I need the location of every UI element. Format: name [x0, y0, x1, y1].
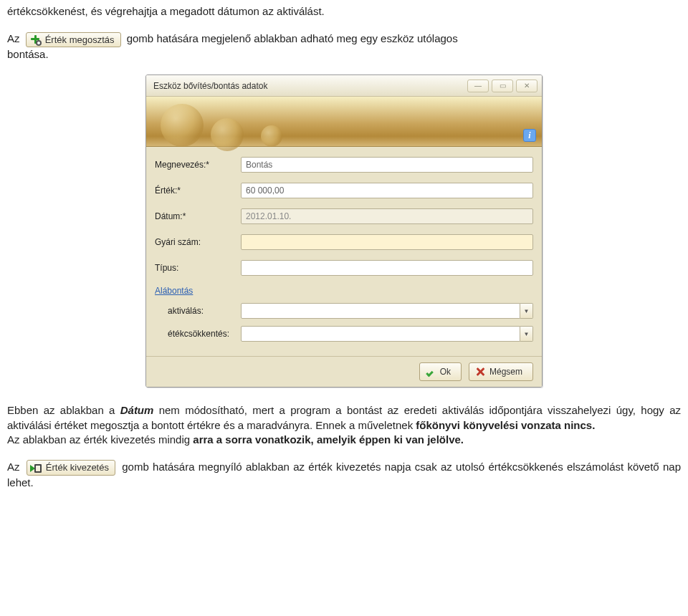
text: Az ablakban az érték kivezetés mindig [7, 433, 193, 446]
gyari-input[interactable] [241, 234, 533, 250]
text: bontása. [7, 47, 681, 62]
arrow-out-icon [30, 462, 42, 473]
text: Ebben az ablakban a [7, 404, 120, 416]
cancel-button-label: Mégsem [489, 367, 522, 377]
value-out-button[interactable]: Érték kivezetés [27, 460, 115, 476]
paragraph-explain: Ebben az ablakban a Dátum nem módosíthat… [7, 403, 681, 447]
chevron-down-icon[interactable]: ▼ [520, 326, 533, 342]
aktivalas-select[interactable] [241, 303, 520, 319]
value-out-button-label: Érték kivezetés [46, 461, 109, 474]
label-aktivalas: aktiválás: [155, 306, 241, 316]
ok-button[interactable]: Ok [419, 362, 462, 381]
label-megnevezes: Megnevezés:* [155, 160, 241, 170]
window-title: Eszköz bővítés/bontás adatok [153, 81, 267, 91]
label-datum: Dátum:* [155, 211, 241, 221]
dialog-window: Eszköz bővítés/bontás adatok — ▭ ✕ i Meg… [145, 74, 543, 388]
bold-text: arra a sorra vonatkozik, amelyik éppen k… [193, 433, 464, 446]
megnevezes-input[interactable] [241, 157, 533, 173]
info-icon[interactable]: i [523, 129, 536, 142]
alabontas-link[interactable]: Alábontás [155, 286, 241, 296]
banner: i [146, 97, 542, 147]
intro-line: értékcsökkenést, és végrehajtja a megado… [7, 4, 681, 19]
label-etekcsokkentes: étékcsökkentés: [155, 329, 241, 339]
minimize-button[interactable]: — [467, 80, 489, 92]
paragraph-share: Az Érték megosztás gomb hatására megjele… [7, 32, 681, 62]
datum-word: Dátum [120, 404, 154, 416]
cancel-button[interactable]: Mégsem [469, 362, 533, 381]
close-button[interactable]: ✕ [516, 80, 538, 92]
paragraph-out: Az Érték kivezetés gomb hatására megnyíl… [7, 460, 681, 490]
label-ertek: Érték:* [155, 186, 241, 196]
datum-input [241, 208, 533, 224]
text: Az [7, 461, 24, 473]
maximize-button[interactable]: ▭ [492, 80, 513, 92]
ertek-input[interactable] [241, 183, 533, 198]
etekcsokkentes-select[interactable] [241, 326, 520, 342]
check-icon [426, 367, 436, 377]
close-icon [475, 367, 485, 377]
share-value-button[interactable]: Érték megosztás [26, 32, 121, 48]
bold-text: főkönyvi könyvelési vonzata nincs. [416, 419, 595, 431]
text: Az [7, 32, 23, 44]
chevron-down-icon[interactable]: ▼ [520, 303, 533, 319]
label-gyari: Gyári szám: [155, 237, 241, 247]
share-value-button-label: Érték megosztás [45, 34, 115, 47]
ok-button-label: Ok [440, 367, 451, 377]
text: gomb hatására megjelenő ablakban adható … [127, 32, 458, 44]
plus-icon [29, 34, 41, 45]
tipus-input[interactable] [241, 260, 533, 276]
titlebar: Eszköz bővítés/bontás adatok — ▭ ✕ [146, 75, 542, 97]
label-tipus: Típus: [155, 263, 241, 273]
